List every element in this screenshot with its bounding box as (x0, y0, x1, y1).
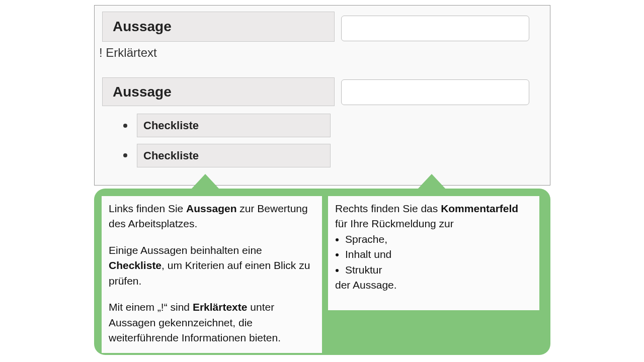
text: der Aussage. (335, 278, 532, 293)
callout-pointer-left-icon (191, 174, 219, 189)
feedback-list: Sprache, Inhalt und Struktur (345, 232, 532, 278)
example-panel: Aussage ! Erklärtext Aussage Checkliste … (94, 5, 550, 186)
text: Rechts finden Sie das (335, 203, 441, 214)
bold-kommentarfeld: Kommentarfeld (441, 203, 518, 214)
bold-aussagen: Aussagen (186, 203, 236, 214)
info-callout: Links finden Sie Aussagen zur Bewertung … (94, 189, 550, 355)
checkliste-item-2: Checkliste (137, 144, 331, 167)
checkliste-item-1: Checkliste (137, 114, 331, 137)
text: Mit einem „!“ sind (109, 301, 193, 313)
aussage-header-2: Aussage (102, 77, 335, 106)
callout-left-card: Links finden Sie Aussagen zur Bewertung … (102, 196, 322, 353)
list-item: Struktur (345, 262, 532, 278)
aussage-header-1: Aussage (102, 12, 335, 42)
bullet-icon (123, 124, 127, 128)
callout-right-card: Rechts finden Sie das Kommentarfeld für … (328, 196, 539, 310)
callout-pointer-right-icon (418, 174, 446, 189)
comment-field-2[interactable] (341, 79, 529, 105)
text: Einige Aussagen beinhalten eine (109, 244, 262, 256)
text: für Ihre Rückmeldung zur (335, 218, 454, 229)
comment-field-1[interactable] (341, 16, 529, 41)
list-item: Sprache, (345, 232, 532, 247)
bold-checkliste: Checkliste (109, 259, 162, 271)
list-item: Inhalt und (345, 247, 532, 262)
bullet-icon (123, 153, 127, 157)
text: Links finden Sie (109, 203, 186, 214)
erklaertext-label: ! Erklärtext (99, 46, 157, 60)
bold-erklaertexte: Erklärtexte (193, 301, 248, 313)
